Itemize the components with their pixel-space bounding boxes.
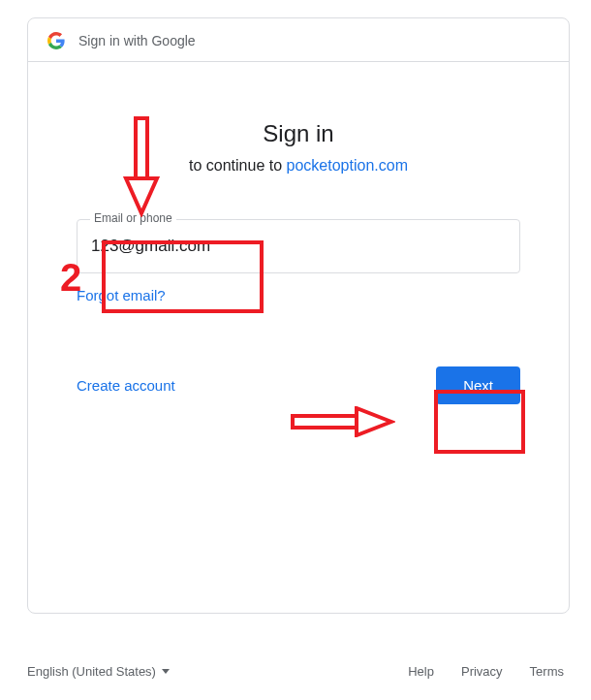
site-link[interactable]: pocketoption.com — [287, 157, 408, 174]
terms-link[interactable]: Terms — [530, 664, 564, 679]
help-link[interactable]: Help — [408, 664, 434, 679]
card-body: Sign in to continue to pocketoption.com … — [28, 62, 569, 404]
create-account-wrap: Create account — [77, 377, 175, 395]
next-button[interactable]: Next — [436, 366, 520, 404]
email-label: Email or phone — [90, 211, 176, 225]
google-logo-icon — [47, 32, 65, 49]
card-header: Sign in with Google — [28, 18, 569, 62]
language-selector[interactable]: English (United States) — [27, 664, 170, 679]
subtitle-prefix: to continue to — [189, 157, 287, 174]
language-label: English (United States) — [27, 664, 156, 679]
signin-card: Sign in with Google Sign in to continue … — [27, 17, 570, 614]
email-field-wrap: Email or phone — [77, 219, 520, 273]
actions-row: Create account Next — [77, 366, 520, 404]
forgot-email-link[interactable]: Forgot email? — [77, 287, 166, 303]
privacy-link[interactable]: Privacy — [461, 664, 503, 679]
footer: English (United States) Help Privacy Ter… — [27, 664, 564, 679]
subtitle: to continue to pocketoption.com — [77, 157, 520, 175]
caret-down-icon — [162, 669, 170, 674]
footer-links: Help Privacy Terms — [408, 664, 564, 679]
forgot-email-row: Forgot email? — [77, 287, 520, 304]
email-input[interactable] — [77, 219, 520, 273]
header-brand-text: Sign in with Google — [78, 33, 196, 48]
create-account-link[interactable]: Create account — [77, 377, 175, 394]
page-title: Sign in — [77, 120, 520, 147]
